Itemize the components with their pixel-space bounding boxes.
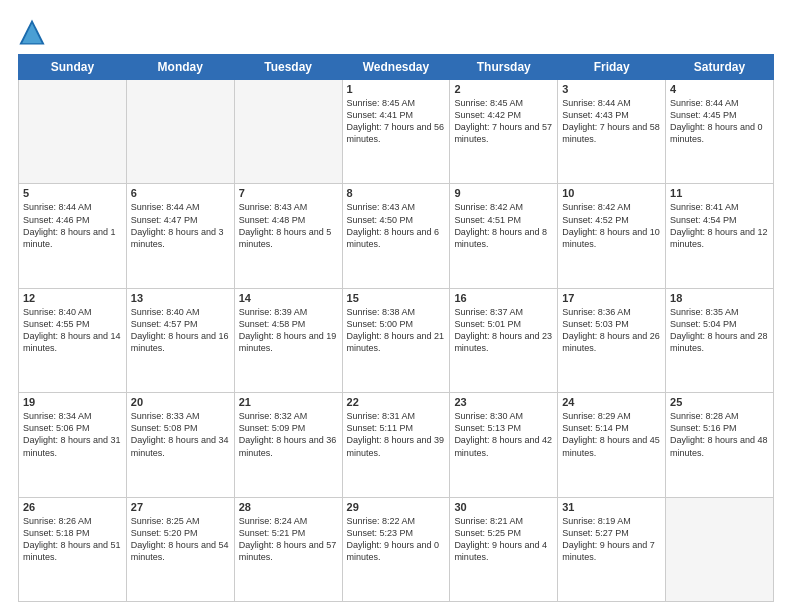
day-number: 28 xyxy=(239,501,338,513)
day-number: 10 xyxy=(562,187,661,199)
cell-content: Sunrise: 8:42 AM Sunset: 4:52 PM Dayligh… xyxy=(562,201,661,250)
cell-content: Sunrise: 8:34 AM Sunset: 5:06 PM Dayligh… xyxy=(23,410,122,459)
cell-content: Sunrise: 8:40 AM Sunset: 4:55 PM Dayligh… xyxy=(23,306,122,355)
calendar-cell: 19Sunrise: 8:34 AM Sunset: 5:06 PM Dayli… xyxy=(19,393,127,497)
day-number: 16 xyxy=(454,292,553,304)
calendar-cell: 23Sunrise: 8:30 AM Sunset: 5:13 PM Dayli… xyxy=(450,393,558,497)
calendar-cell: 24Sunrise: 8:29 AM Sunset: 5:14 PM Dayli… xyxy=(558,393,666,497)
calendar-cell: 26Sunrise: 8:26 AM Sunset: 5:18 PM Dayli… xyxy=(19,497,127,601)
calendar-week-row: 1Sunrise: 8:45 AM Sunset: 4:41 PM Daylig… xyxy=(19,80,774,184)
day-number: 6 xyxy=(131,187,230,199)
cell-content: Sunrise: 8:25 AM Sunset: 5:20 PM Dayligh… xyxy=(131,515,230,564)
day-number: 24 xyxy=(562,396,661,408)
day-number: 8 xyxy=(347,187,446,199)
cell-content: Sunrise: 8:36 AM Sunset: 5:03 PM Dayligh… xyxy=(562,306,661,355)
calendar-day-header: Friday xyxy=(558,55,666,80)
calendar-week-row: 12Sunrise: 8:40 AM Sunset: 4:55 PM Dayli… xyxy=(19,288,774,392)
day-number: 18 xyxy=(670,292,769,304)
calendar-day-header: Thursday xyxy=(450,55,558,80)
day-number: 11 xyxy=(670,187,769,199)
cell-content: Sunrise: 8:19 AM Sunset: 5:27 PM Dayligh… xyxy=(562,515,661,564)
logo xyxy=(18,18,50,46)
day-number: 13 xyxy=(131,292,230,304)
cell-content: Sunrise: 8:28 AM Sunset: 5:16 PM Dayligh… xyxy=(670,410,769,459)
cell-content: Sunrise: 8:40 AM Sunset: 4:57 PM Dayligh… xyxy=(131,306,230,355)
header xyxy=(18,18,774,46)
day-number: 17 xyxy=(562,292,661,304)
cell-content: Sunrise: 8:29 AM Sunset: 5:14 PM Dayligh… xyxy=(562,410,661,459)
day-number: 27 xyxy=(131,501,230,513)
page: SundayMondayTuesdayWednesdayThursdayFrid… xyxy=(0,0,792,612)
cell-content: Sunrise: 8:42 AM Sunset: 4:51 PM Dayligh… xyxy=(454,201,553,250)
day-number: 30 xyxy=(454,501,553,513)
cell-content: Sunrise: 8:44 AM Sunset: 4:46 PM Dayligh… xyxy=(23,201,122,250)
cell-content: Sunrise: 8:38 AM Sunset: 5:00 PM Dayligh… xyxy=(347,306,446,355)
calendar-day-header: Monday xyxy=(126,55,234,80)
calendar-cell: 25Sunrise: 8:28 AM Sunset: 5:16 PM Dayli… xyxy=(666,393,774,497)
day-number: 20 xyxy=(131,396,230,408)
day-number: 3 xyxy=(562,83,661,95)
day-number: 29 xyxy=(347,501,446,513)
cell-content: Sunrise: 8:44 AM Sunset: 4:43 PM Dayligh… xyxy=(562,97,661,146)
calendar-cell: 12Sunrise: 8:40 AM Sunset: 4:55 PM Dayli… xyxy=(19,288,127,392)
calendar-cell: 2Sunrise: 8:45 AM Sunset: 4:42 PM Daylig… xyxy=(450,80,558,184)
day-number: 25 xyxy=(670,396,769,408)
calendar-day-header: Saturday xyxy=(666,55,774,80)
day-number: 1 xyxy=(347,83,446,95)
day-number: 4 xyxy=(670,83,769,95)
calendar-cell: 28Sunrise: 8:24 AM Sunset: 5:21 PM Dayli… xyxy=(234,497,342,601)
calendar-cell: 29Sunrise: 8:22 AM Sunset: 5:23 PM Dayli… xyxy=(342,497,450,601)
calendar-cell: 7Sunrise: 8:43 AM Sunset: 4:48 PM Daylig… xyxy=(234,184,342,288)
day-number: 26 xyxy=(23,501,122,513)
calendar-cell: 10Sunrise: 8:42 AM Sunset: 4:52 PM Dayli… xyxy=(558,184,666,288)
cell-content: Sunrise: 8:33 AM Sunset: 5:08 PM Dayligh… xyxy=(131,410,230,459)
calendar-cell: 5Sunrise: 8:44 AM Sunset: 4:46 PM Daylig… xyxy=(19,184,127,288)
day-number: 9 xyxy=(454,187,553,199)
cell-content: Sunrise: 8:31 AM Sunset: 5:11 PM Dayligh… xyxy=(347,410,446,459)
calendar-day-header: Wednesday xyxy=(342,55,450,80)
cell-content: Sunrise: 8:22 AM Sunset: 5:23 PM Dayligh… xyxy=(347,515,446,564)
calendar-cell: 9Sunrise: 8:42 AM Sunset: 4:51 PM Daylig… xyxy=(450,184,558,288)
day-number: 23 xyxy=(454,396,553,408)
calendar-cell: 20Sunrise: 8:33 AM Sunset: 5:08 PM Dayli… xyxy=(126,393,234,497)
calendar-cell xyxy=(126,80,234,184)
day-number: 19 xyxy=(23,396,122,408)
calendar-cell xyxy=(19,80,127,184)
cell-content: Sunrise: 8:45 AM Sunset: 4:42 PM Dayligh… xyxy=(454,97,553,146)
calendar-cell: 14Sunrise: 8:39 AM Sunset: 4:58 PM Dayli… xyxy=(234,288,342,392)
cell-content: Sunrise: 8:43 AM Sunset: 4:48 PM Dayligh… xyxy=(239,201,338,250)
cell-content: Sunrise: 8:43 AM Sunset: 4:50 PM Dayligh… xyxy=(347,201,446,250)
calendar-week-row: 26Sunrise: 8:26 AM Sunset: 5:18 PM Dayli… xyxy=(19,497,774,601)
calendar-cell: 30Sunrise: 8:21 AM Sunset: 5:25 PM Dayli… xyxy=(450,497,558,601)
day-number: 21 xyxy=(239,396,338,408)
day-number: 5 xyxy=(23,187,122,199)
calendar-cell: 17Sunrise: 8:36 AM Sunset: 5:03 PM Dayli… xyxy=(558,288,666,392)
cell-content: Sunrise: 8:39 AM Sunset: 4:58 PM Dayligh… xyxy=(239,306,338,355)
day-number: 22 xyxy=(347,396,446,408)
day-number: 31 xyxy=(562,501,661,513)
calendar-cell xyxy=(666,497,774,601)
calendar-cell: 18Sunrise: 8:35 AM Sunset: 5:04 PM Dayli… xyxy=(666,288,774,392)
calendar-day-header: Tuesday xyxy=(234,55,342,80)
calendar-cell: 15Sunrise: 8:38 AM Sunset: 5:00 PM Dayli… xyxy=(342,288,450,392)
day-number: 14 xyxy=(239,292,338,304)
cell-content: Sunrise: 8:32 AM Sunset: 5:09 PM Dayligh… xyxy=(239,410,338,459)
calendar-cell: 27Sunrise: 8:25 AM Sunset: 5:20 PM Dayli… xyxy=(126,497,234,601)
calendar-cell: 4Sunrise: 8:44 AM Sunset: 4:45 PM Daylig… xyxy=(666,80,774,184)
cell-content: Sunrise: 8:45 AM Sunset: 4:41 PM Dayligh… xyxy=(347,97,446,146)
cell-content: Sunrise: 8:44 AM Sunset: 4:45 PM Dayligh… xyxy=(670,97,769,146)
calendar-table: SundayMondayTuesdayWednesdayThursdayFrid… xyxy=(18,54,774,602)
calendar-cell: 3Sunrise: 8:44 AM Sunset: 4:43 PM Daylig… xyxy=(558,80,666,184)
calendar-cell: 1Sunrise: 8:45 AM Sunset: 4:41 PM Daylig… xyxy=(342,80,450,184)
cell-content: Sunrise: 8:21 AM Sunset: 5:25 PM Dayligh… xyxy=(454,515,553,564)
cell-content: Sunrise: 8:37 AM Sunset: 5:01 PM Dayligh… xyxy=(454,306,553,355)
calendar-cell: 21Sunrise: 8:32 AM Sunset: 5:09 PM Dayli… xyxy=(234,393,342,497)
day-number: 2 xyxy=(454,83,553,95)
cell-content: Sunrise: 8:26 AM Sunset: 5:18 PM Dayligh… xyxy=(23,515,122,564)
calendar-cell xyxy=(234,80,342,184)
day-number: 7 xyxy=(239,187,338,199)
calendar-header-row: SundayMondayTuesdayWednesdayThursdayFrid… xyxy=(19,55,774,80)
cell-content: Sunrise: 8:44 AM Sunset: 4:47 PM Dayligh… xyxy=(131,201,230,250)
cell-content: Sunrise: 8:30 AM Sunset: 5:13 PM Dayligh… xyxy=(454,410,553,459)
day-number: 15 xyxy=(347,292,446,304)
